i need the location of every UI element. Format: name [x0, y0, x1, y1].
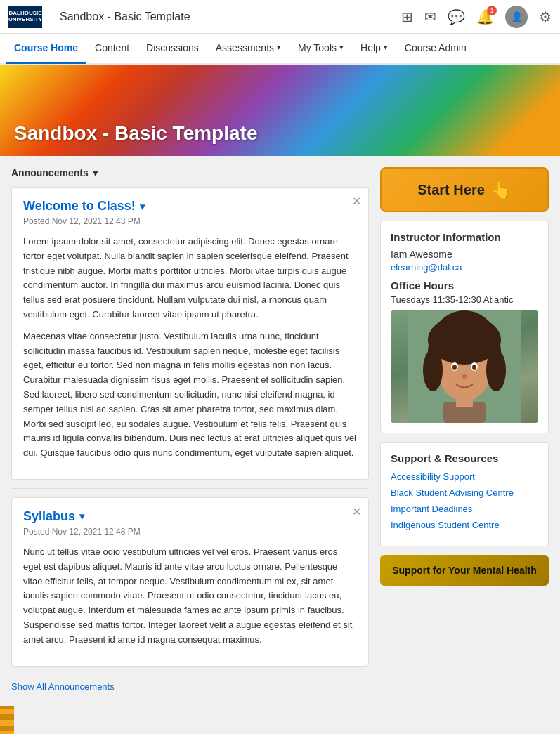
- close-announcement-1-button[interactable]: ✕: [352, 195, 361, 208]
- mental-health-button[interactable]: Support for Your Mental Health: [380, 555, 549, 586]
- svg-point-9: [472, 365, 476, 370]
- nav-discussions[interactable]: Discussions: [138, 33, 207, 64]
- close-announcement-2-button[interactable]: ✕: [352, 505, 361, 518]
- assessments-arrow: ▾: [277, 43, 281, 52]
- svg-point-5: [486, 349, 506, 391]
- nav-content[interactable]: Content: [86, 33, 138, 64]
- start-here-label: Start Here: [417, 182, 485, 198]
- instructor-info-card: Instructor Information Iam Awesome elear…: [380, 221, 549, 433]
- show-all-announcements-link[interactable]: Show All Announcements: [11, 681, 115, 692]
- announcement-title-1: Welcome to Class! ▾: [23, 199, 357, 214]
- announcement-card-1: ✕ Welcome to Class! ▾ Posted Nov 12, 202…: [11, 187, 369, 480]
- main-content: Announcements ▾ ✕ Welcome to Class! ▾ Po…: [0, 156, 560, 706]
- logo-area: DALHOUSIE UNIVERSITY: [8, 6, 51, 28]
- page-title: Sandbox - Basic Template: [60, 11, 190, 23]
- announcement-body-1: Lorem ipsum dolor sit amet, consectetur …: [23, 235, 357, 461]
- announcement-body-2: Nunc ut tellus vitae odio vestibulum ult…: [23, 545, 357, 648]
- top-icons-group: ⊞ ✉ 💬 🔔 1 👤 ⚙: [401, 6, 552, 28]
- bell-icon[interactable]: 🔔 1: [476, 8, 494, 25]
- nav-course-home[interactable]: Course Home: [6, 33, 86, 64]
- svg-point-8: [452, 365, 457, 370]
- announcement-2-arrow: ▾: [79, 511, 84, 522]
- avatar[interactable]: 👤: [505, 6, 528, 28]
- indigenous-student-centre-link[interactable]: Indigenous Student Centre: [391, 520, 538, 530]
- office-hours-time: Tuesdays 11:35-12:30 Atlantic: [391, 294, 538, 305]
- announcements-arrow: ▾: [93, 167, 98, 178]
- announcement-title-2: Syllabus ▾: [23, 509, 357, 524]
- announcement-card-2: ✕ Syllabus ▾ Posted Nov 12, 2021 12:48 P…: [11, 497, 369, 667]
- announcements-label: Announcements: [11, 167, 89, 178]
- my-tools-arrow: ▾: [339, 43, 344, 52]
- instructor-name: Iam Awesome: [391, 249, 538, 260]
- accessibility-support-link[interactable]: Accessibility Support: [391, 471, 538, 482]
- footer-area: [0, 706, 560, 734]
- left-column: Announcements ▾ ✕ Welcome to Class! ▾ Po…: [11, 167, 369, 695]
- svg-point-4: [423, 349, 443, 391]
- announcement-date-2: Posted Nov 12, 2021 12:48 PM: [23, 527, 357, 537]
- announcements-header: Announcements ▾: [11, 167, 369, 178]
- instructor-email-link[interactable]: elearning@dal.ca: [391, 262, 462, 273]
- nav-help[interactable]: Help ▾: [352, 33, 396, 64]
- start-here-button[interactable]: Start Here 👆: [380, 167, 549, 212]
- svg-point-10: [462, 374, 467, 379]
- nav-assessments[interactable]: Assessments ▾: [207, 33, 289, 64]
- svg-rect-12: [456, 396, 473, 407]
- announcement-1-arrow: ▾: [140, 201, 145, 212]
- hero-banner: Sandbox - Basic Template: [0, 65, 560, 156]
- instructor-photo: [391, 310, 538, 423]
- instructor-info-title: Instructor Information: [391, 231, 538, 243]
- footer-left-stripe: [0, 706, 14, 734]
- cursor-icon: 👆: [490, 180, 512, 199]
- grid-icon[interactable]: ⊞: [401, 8, 413, 25]
- office-hours-title: Office Hours: [391, 280, 538, 291]
- gear-icon[interactable]: ⚙: [539, 8, 552, 25]
- help-arrow: ▾: [384, 43, 388, 52]
- chat-icon[interactable]: 💬: [448, 8, 465, 25]
- announcements-divider: [11, 488, 369, 489]
- resources-card: Support & Resources Accessibility Suppor…: [380, 442, 549, 546]
- university-logo: DALHOUSIE UNIVERSITY: [8, 6, 42, 28]
- secondary-nav: Course Home Content Discussions Assessme…: [0, 34, 560, 65]
- hero-title: Sandbox - Basic Template: [14, 122, 257, 145]
- top-bar: DALHOUSIE UNIVERSITY Sandbox - Basic Tem…: [0, 0, 560, 34]
- black-student-advising-link[interactable]: Black Student Advising Centre: [391, 487, 538, 498]
- resources-title: Support & Resources: [391, 452, 538, 464]
- nav-course-admin[interactable]: Course Admin: [396, 33, 475, 64]
- notification-badge: 1: [487, 6, 497, 15]
- right-column: Start Here 👆 Instructor Information Iam …: [380, 167, 549, 695]
- announcement-date-1: Posted Nov 12, 2021 12:43 PM: [23, 216, 357, 226]
- nav-my-tools[interactable]: My Tools ▾: [289, 33, 352, 64]
- mail-icon[interactable]: ✉: [424, 8, 436, 25]
- important-deadlines-link[interactable]: Important Deadlines: [391, 504, 538, 514]
